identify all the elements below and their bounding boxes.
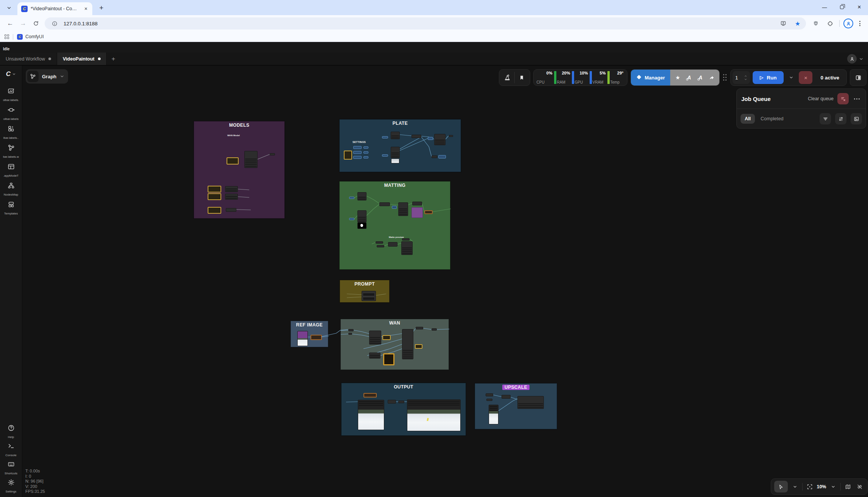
node-group-plate[interactable]: PLATESETTINGS: [339, 119, 461, 172]
sidebar-item-nodes-map[interactable]: NodesMap: [0, 177, 22, 196]
site-info-icon[interactable]: [49, 18, 60, 29]
graph-node[interactable]: [363, 393, 377, 398]
sidebar-item-help[interactable]: Help: [0, 421, 22, 439]
share-icon[interactable]: [707, 71, 717, 84]
graph-node[interactable]: [226, 208, 236, 212]
graph-node[interactable]: [411, 135, 421, 138]
minimap-icon[interactable]: [843, 484, 852, 490]
forward-icon[interactable]: →: [17, 17, 30, 30]
sort-icon[interactable]: [835, 113, 846, 124]
gallery-icon[interactable]: [851, 113, 862, 124]
graph-node[interactable]: [244, 151, 258, 168]
graph-node[interactable]: [363, 146, 368, 149]
graph-node[interactable]: [208, 207, 221, 214]
graph-node[interactable]: [348, 333, 352, 335]
graph-node[interactable]: [357, 222, 366, 229]
browser-menu-icon[interactable]: [857, 21, 863, 26]
graph-node[interactable]: [392, 206, 397, 209]
graph-breadcrumb[interactable]: Graph: [26, 69, 68, 84]
stepper-icons[interactable]: [744, 75, 747, 81]
url-bar[interactable]: 127.0.0.1:8188 ★: [45, 17, 806, 30]
graph-node[interactable]: [311, 335, 322, 340]
graph-node[interactable]: [411, 207, 423, 218]
zoom-chevron-icon[interactable]: [829, 485, 838, 489]
graph-node[interactable]: [402, 329, 413, 359]
extensions-puzzle-icon[interactable]: [825, 18, 835, 29]
graph-node[interactable]: [357, 210, 366, 222]
node-group-matting[interactable]: MATTINGMatte preview: [339, 181, 450, 270]
graph-node[interactable]: [388, 400, 396, 404]
node-group-models[interactable]: MODELSWAN Model: [194, 121, 285, 219]
shield-icon[interactable]: [811, 18, 821, 29]
graph-node[interactable]: [362, 291, 376, 301]
translate-icon[interactable]: A: [684, 71, 694, 84]
bookmark-item[interactable]: C ComfyUI: [17, 34, 44, 40]
graph-node[interactable]: [517, 396, 544, 409]
install-app-icon[interactable]: [778, 18, 789, 29]
graph-node[interactable]: [428, 137, 433, 140]
sidebar-item-nodes[interactable]: olbar.labels: [0, 102, 22, 121]
tab-close-icon[interactable]: ×: [82, 5, 89, 12]
translate-alt-icon[interactable]: A: [695, 71, 706, 84]
new-tab-button[interactable]: +: [96, 3, 107, 13]
zoom-level[interactable]: 10%: [817, 484, 826, 489]
toggle-links-icon[interactable]: [855, 484, 864, 490]
new-workflow-button[interactable]: +: [107, 53, 120, 65]
graph-node[interactable]: [391, 158, 399, 163]
graph-node[interactable]: [208, 193, 221, 200]
graph-node[interactable]: [349, 218, 354, 220]
apps-grid-icon[interactable]: [5, 34, 9, 39]
window-minimize-button[interactable]: —: [816, 0, 833, 14]
graph-node[interactable]: [391, 147, 400, 158]
graph-node[interactable]: [358, 400, 384, 430]
select-tool-button[interactable]: [774, 481, 788, 492]
graph-node[interactable]: [227, 157, 239, 165]
node-group-ref-image[interactable]: REF IMAGE: [290, 321, 328, 347]
graph-node[interactable]: [489, 405, 498, 424]
graph-node[interactable]: [391, 132, 400, 139]
browser-tab[interactable]: C *VideoPaintout - ComfyUI ×: [17, 2, 92, 15]
node-group-output[interactable]: OUTPUT: [341, 383, 466, 436]
more-options-icon[interactable]: [852, 98, 861, 99]
window-restore-button[interactable]: [833, 0, 851, 14]
graph-node[interactable]: [377, 245, 384, 247]
clear-queue-button[interactable]: [837, 93, 849, 104]
graph-node[interactable]: [486, 393, 493, 396]
graph-node[interactable]: [353, 156, 362, 159]
graph-node[interactable]: [382, 335, 391, 340]
filter-tab-completed[interactable]: Completed: [756, 114, 787, 124]
node-group-prompt[interactable]: PROMPT: [340, 280, 390, 303]
graph-node[interactable]: [270, 153, 275, 155]
user-menu[interactable]: [847, 53, 868, 65]
app-menu[interactable]: C: [6, 65, 16, 83]
sidebar-item-settings[interactable]: Settings: [0, 475, 22, 493]
filter-icon[interactable]: [820, 113, 831, 124]
fit-view-icon[interactable]: [805, 484, 814, 490]
profile-avatar[interactable]: [843, 19, 853, 28]
cancel-button[interactable]: ×: [799, 71, 812, 84]
graph-node[interactable]: [412, 202, 422, 205]
graph-node[interactable]: [349, 197, 354, 199]
sidebar-item-templates[interactable]: Templates: [0, 196, 22, 215]
graph-node[interactable]: [344, 151, 352, 160]
graph-node[interactable]: [432, 155, 437, 158]
sidebar-item-workflows[interactable]: bar.labels.w: [0, 140, 22, 158]
star-icon[interactable]: ★: [672, 71, 683, 84]
sidebar-item-shortcuts[interactable]: Shortcuts: [0, 457, 22, 475]
window-close-button[interactable]: ×: [851, 0, 868, 14]
panel-toggle-button[interactable]: [850, 69, 866, 86]
graph-node[interactable]: [424, 210, 433, 214]
graph-node[interactable]: [432, 328, 437, 331]
graph-node[interactable]: [416, 327, 423, 329]
sidebar-item-assets[interactable]: olbar.labels.: [0, 83, 22, 102]
graph-node[interactable]: [357, 192, 366, 200]
clear-queue-label[interactable]: Clear queue: [808, 96, 834, 101]
batch-count-stepper[interactable]: 1: [733, 71, 750, 84]
graph-node[interactable]: [353, 146, 362, 149]
graph-node[interactable]: [363, 151, 368, 154]
graph-node[interactable]: [353, 151, 362, 154]
graph-canvas[interactable]: Graph: [22, 65, 868, 497]
bookmark-star-icon[interactable]: ★: [792, 18, 803, 29]
graph-node[interactable]: [401, 241, 413, 255]
back-icon[interactable]: ←: [4, 17, 17, 30]
